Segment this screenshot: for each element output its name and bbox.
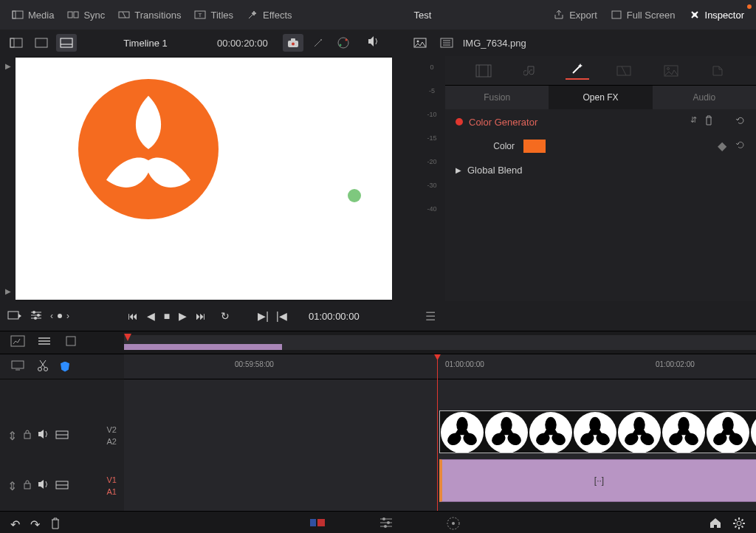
track-lock-icon[interactable] (23, 429, 32, 442)
fullscreen-menu[interactable]: Full Screen (606, 6, 680, 24)
main-area: ▶ ▶ 0 -5 -10 -15 -20 -30 -40 (0, 56, 756, 301)
svg-rect-46 (66, 337, 75, 345)
track-mute-icon-2[interactable] (38, 479, 49, 492)
view-mode-3-button[interactable] (56, 34, 77, 52)
fusion-tab[interactable]: Fusion (445, 86, 549, 109)
undo-button[interactable]: ↶ (10, 517, 20, 532)
meter-0: 0 (419, 63, 445, 87)
loop-button[interactable]: ↻ (221, 310, 230, 322)
timeline-ruler[interactable]: 00:59:58:00 01:00:00:00 01:00:02:00 (124, 354, 756, 379)
step-back-button[interactable]: ◀ (147, 310, 155, 322)
track-label-v1[interactable]: V1 (107, 475, 117, 484)
track-label-v2[interactable]: V2 (107, 425, 117, 434)
go-prev-button[interactable]: |◀ (276, 310, 287, 322)
timeline-tracks[interactable]: 00:59:58:00 01:00:00:00 01:00:02:00 [· (124, 354, 756, 511)
stack-icon[interactable] (37, 335, 52, 350)
track-label-a2[interactable]: A2 (107, 437, 117, 446)
marker-nav[interactable]: ‹› (50, 311, 69, 321)
global-blend-row[interactable]: ▶ Global Blend (445, 157, 756, 183)
track-resize-icon-2[interactable]: ⇕ (7, 479, 17, 493)
expand-icon[interactable]: ⇵ (690, 115, 697, 128)
audio-tab-icon[interactable] (518, 62, 542, 80)
delete-button[interactable] (50, 517, 61, 532)
clip-video-v2[interactable] (439, 410, 756, 453)
view-mode-1-button[interactable] (6, 34, 27, 52)
options-menu-icon[interactable]: ☰ (425, 309, 436, 323)
redo-button[interactable]: ↷ (30, 517, 40, 532)
overview-track[interactable] (124, 335, 756, 350)
prev-marker-button[interactable]: ▶ (0, 62, 16, 70)
settings-button[interactable] (732, 517, 746, 533)
camera-icon[interactable] (283, 34, 303, 52)
home-button[interactable] (709, 517, 722, 533)
transition-tab-icon[interactable] (612, 62, 636, 80)
titles-icon: T (194, 9, 206, 21)
monitor-icon[interactable] (10, 360, 25, 374)
image-tab-icon[interactable] (659, 62, 683, 80)
project-title: Test (297, 10, 549, 21)
tool-b-icon[interactable] (30, 310, 43, 323)
go-next-button[interactable]: ▶| (258, 310, 269, 322)
wand-tool-icon[interactable] (308, 34, 329, 52)
audio-tab[interactable]: Audio (653, 86, 756, 109)
track-mute-icon[interactable] (38, 429, 49, 442)
svg-point-94 (382, 517, 385, 520)
step-fwd-button[interactable]: ⏭ (196, 310, 206, 322)
svg-point-62 (501, 417, 512, 433)
color-adjust-icon[interactable] (333, 34, 354, 52)
svg-point-78 (678, 417, 689, 433)
speaker-icon[interactable] (360, 35, 388, 50)
color-page-icon[interactable] (446, 516, 461, 534)
viewer-canvas[interactable] (16, 58, 392, 300)
track-view-icon[interactable] (55, 429, 69, 442)
openfx-tab[interactable]: Open FX (549, 86, 652, 109)
svg-point-99 (737, 521, 741, 526)
timeline-name[interactable]: Timeline 1 (83, 38, 208, 49)
svg-point-39 (32, 311, 35, 314)
video-tab-icon[interactable] (472, 62, 495, 80)
track-head-v2-a2: ⇕ V2 A2 (0, 410, 124, 461)
stop-button[interactable]: ■ (164, 310, 170, 322)
track-label-a1[interactable]: A1 (107, 487, 117, 496)
media-menu[interactable]: Media (7, 6, 58, 24)
file-tab-icon[interactable] (706, 62, 729, 80)
view-mode-2-button[interactable] (31, 34, 52, 52)
effects-menu[interactable]: Effects (242, 6, 297, 24)
trash-icon[interactable] (704, 115, 713, 128)
param-reset-icon[interactable] (735, 140, 746, 153)
snap-icon[interactable] (61, 362, 69, 372)
image-view-icon[interactable] (410, 34, 430, 52)
track-resize-icon[interactable]: ⇕ (7, 429, 17, 443)
zoom-icon[interactable] (63, 335, 78, 350)
transitions-menu[interactable]: Transitions (114, 6, 185, 24)
svg-rect-1 (13, 11, 16, 18)
edit-page-icon[interactable] (378, 516, 394, 534)
timeline-playhead[interactable] (437, 354, 438, 511)
razor-icon[interactable] (37, 359, 49, 375)
effects-tab-icon[interactable] (566, 62, 589, 80)
clip-generator-v1[interactable]: [··] (439, 459, 756, 502)
metadata-view-icon[interactable] (436, 34, 457, 52)
duration-timecode[interactable]: 01:00:00:00 (309, 311, 360, 322)
edit-index-icon[interactable] (10, 335, 25, 350)
sync-menu[interactable]: Sync (63, 6, 109, 24)
global-blend-label: Global Blend (467, 165, 522, 176)
reset-icon[interactable] (735, 115, 746, 128)
play-button[interactable]: ▶ (179, 310, 187, 322)
next-marker-button[interactable]: ▶ (0, 287, 16, 295)
effect-header[interactable]: Color Generator ⇵ (445, 109, 756, 134)
export-menu[interactable]: Export (549, 6, 602, 24)
tool-a-icon[interactable] (7, 309, 22, 323)
effect-enabled-toggle[interactable] (456, 118, 463, 125)
titles-menu[interactable]: T Titles (190, 6, 238, 24)
overview-playhead[interactable] (124, 334, 131, 341)
inspector-menu[interactable]: Inspector (684, 6, 749, 24)
ruler-tick: 01:00:02:00 (656, 360, 695, 368)
track-view-icon-2[interactable] (55, 479, 69, 492)
keyframe-diamond-icon[interactable]: ◆ (718, 139, 726, 153)
source-timecode[interactable]: 00:00:20:00 (208, 38, 277, 49)
go-start-button[interactable]: ⏮ (128, 310, 138, 322)
color-swatch[interactable] (523, 140, 546, 153)
track-lock-icon-2[interactable] (23, 479, 32, 492)
cut-page-icon[interactable] (309, 516, 326, 534)
